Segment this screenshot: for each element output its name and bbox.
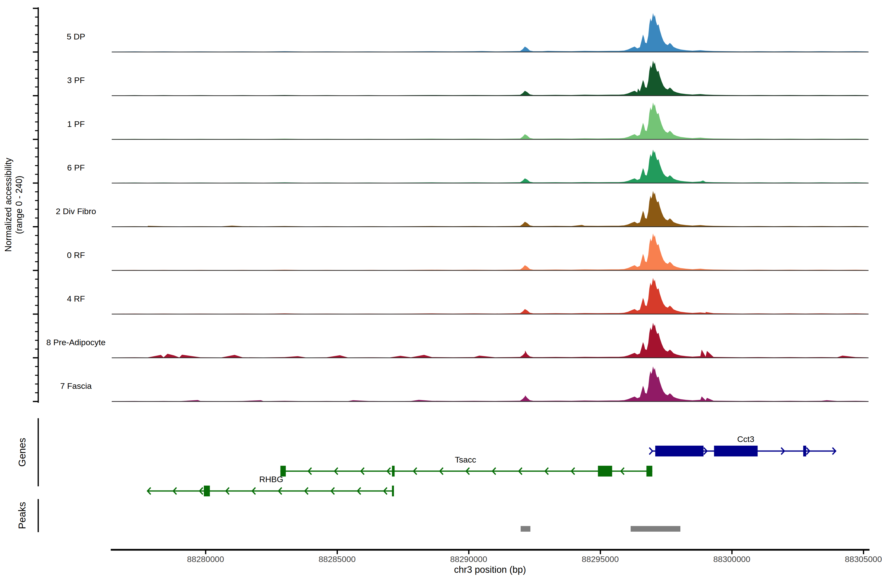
coverage-track-0-rf xyxy=(112,234,868,270)
peaks-section-label: Peaks xyxy=(16,479,28,552)
coverage-track-8-pre-adipocyte xyxy=(112,322,868,358)
x-axis-title: chr3 position (bp) xyxy=(417,564,564,575)
y-axis-label: Normalized accessibility (range 0 - 240) xyxy=(3,94,25,315)
genome-browser-canvas xyxy=(0,0,882,588)
gene-rhbg-exon xyxy=(204,486,210,496)
track-label-5-dp: 5 DP xyxy=(29,32,123,41)
gene-cct3-exon xyxy=(655,446,704,456)
gene-tsacc-exon xyxy=(392,466,395,477)
track-label-4-rf: 4 RF xyxy=(29,294,123,303)
x-tick-label-88285000: 88285000 xyxy=(300,554,374,564)
coverage-track-2-div-fibro xyxy=(112,191,868,226)
gene-rhbg-exon xyxy=(392,486,394,496)
x-tick-label-88305000: 88305000 xyxy=(826,554,882,564)
track-label-3-pf: 3 PF xyxy=(29,75,123,85)
coverage-plot-figure: Normalized accessibility (range 0 - 240)… xyxy=(0,0,882,588)
x-tick-label-88280000: 88280000 xyxy=(169,554,242,564)
coverage-track-1-pf xyxy=(112,102,868,140)
gene-label-rhbg: RHBG xyxy=(234,474,308,484)
track-label-8-pre-adipocyte: 8 Pre-Adipocyte xyxy=(29,338,123,347)
gene-cct3-exon xyxy=(803,446,806,456)
x-tick-label-88295000: 88295000 xyxy=(564,554,637,564)
gene-tsacc-exon xyxy=(598,466,612,477)
genes-section-label: Genes xyxy=(16,416,28,489)
coverage-track-5-dp xyxy=(112,13,868,52)
gene-cct3-exon xyxy=(714,446,758,456)
gene-label-tsacc: Tsacc xyxy=(429,455,502,465)
x-tick-label-88290000: 88290000 xyxy=(432,554,506,564)
coverage-track-4-rf xyxy=(112,278,868,314)
track-label-6-pf: 6 PF xyxy=(29,163,123,172)
track-label-7-fascia: 7 Fascia xyxy=(29,381,123,391)
track-label-0-rf: 0 RF xyxy=(29,250,123,260)
coverage-track-3-pf xyxy=(112,61,868,96)
coverage-track-6-pf xyxy=(112,150,868,183)
peak-region xyxy=(520,526,530,532)
y-axis-label-line2: (range 0 - 240) xyxy=(14,94,24,315)
coverage-track-7-fascia xyxy=(112,366,868,402)
strand-arrow-icon xyxy=(649,448,652,454)
gene-label-cct3: Cct3 xyxy=(709,434,783,444)
peak-region xyxy=(631,526,680,532)
y-axis-label-line1: Normalized accessibility xyxy=(3,94,14,315)
track-label-1-pf: 1 PF xyxy=(29,119,123,129)
gene-tsacc-exon xyxy=(646,466,652,477)
x-tick-label-88300000: 88300000 xyxy=(695,554,769,564)
track-label-2-div-fibro: 2 Div Fibro xyxy=(29,206,123,216)
